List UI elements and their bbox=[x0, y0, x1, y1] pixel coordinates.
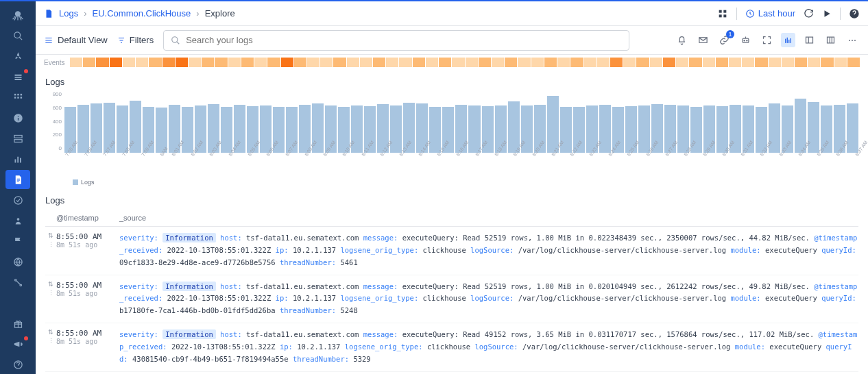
heatmap-cell[interactable] bbox=[373, 58, 385, 67]
heatmap-cell[interactable] bbox=[202, 58, 214, 67]
heatmap-cell[interactable] bbox=[333, 58, 346, 67]
heatmap-cell[interactable] bbox=[466, 58, 478, 67]
heatmap-cell[interactable] bbox=[360, 58, 372, 67]
more-button[interactable] bbox=[845, 33, 860, 48]
panel-button[interactable] bbox=[802, 33, 817, 47]
expand-handle[interactable]: ⇅⋮ bbox=[45, 281, 56, 318]
default-view-button[interactable]: Default View bbox=[44, 35, 108, 45]
heatmap-cell[interactable] bbox=[149, 58, 161, 67]
heatmap-cell[interactable] bbox=[439, 58, 451, 67]
heatmap-cell[interactable] bbox=[557, 58, 570, 67]
heatmap-cell[interactable] bbox=[505, 58, 517, 67]
apps-grid-icon[interactable] bbox=[717, 8, 728, 19]
nav-help[interactable] bbox=[5, 355, 30, 374]
heatmap-cell[interactable] bbox=[623, 58, 636, 67]
log-row[interactable]: ⇅⋮8:55:00 AM8m 51s agoseverity: Informat… bbox=[45, 275, 858, 324]
search-box[interactable] bbox=[163, 30, 629, 51]
log-row[interactable]: ⇅⋮8:55:00 AM8m 51s agoseverity: Informat… bbox=[45, 323, 858, 372]
play-button[interactable] bbox=[822, 9, 832, 18]
heatmap-cell[interactable] bbox=[347, 58, 359, 67]
heatmap-cell[interactable] bbox=[307, 58, 320, 67]
heatmap-cell[interactable] bbox=[399, 58, 411, 67]
heatmap-cell[interactable] bbox=[729, 58, 741, 67]
heatmap-cell[interactable] bbox=[676, 58, 688, 67]
nav-apps[interactable] bbox=[5, 88, 30, 107]
heatmap-cell[interactable] bbox=[518, 58, 530, 67]
bar-view-button[interactable] bbox=[781, 33, 795, 47]
heatmap-cell[interactable] bbox=[531, 58, 544, 67]
nav-rocket[interactable] bbox=[5, 47, 30, 66]
heatmap-cell[interactable] bbox=[96, 58, 108, 67]
heatmap-cell[interactable] bbox=[689, 58, 701, 67]
heatmap-cell[interactable] bbox=[110, 58, 122, 67]
heatmap-cell[interactable] bbox=[716, 58, 728, 67]
search-input[interactable] bbox=[186, 35, 622, 45]
nav-search[interactable] bbox=[5, 26, 30, 45]
heatmap-cell[interactable] bbox=[755, 58, 767, 67]
help-button[interactable] bbox=[849, 8, 860, 19]
nav-fleet[interactable] bbox=[5, 67, 30, 86]
heatmap-cell[interactable] bbox=[83, 58, 95, 67]
col-timestamp[interactable]: @timestamp bbox=[56, 214, 119, 222]
columns-button[interactable] bbox=[823, 33, 838, 47]
events-heatmap[interactable] bbox=[70, 58, 860, 67]
nav-logo[interactable] bbox=[5, 5, 30, 25]
breadcrumb-app[interactable]: EU.Common.ClickHouse bbox=[93, 8, 191, 18]
heatmap-cell[interactable] bbox=[610, 58, 623, 67]
heatmap-cell[interactable] bbox=[320, 58, 333, 67]
heatmap-cell[interactable] bbox=[70, 58, 82, 67]
expand-handle[interactable]: ⇅⋮ bbox=[45, 329, 56, 366]
heatmap-cell[interactable] bbox=[413, 58, 425, 67]
refresh-button[interactable] bbox=[804, 8, 814, 18]
heatmap-cell[interactable] bbox=[281, 58, 293, 67]
heatmap-cell[interactable] bbox=[492, 58, 504, 67]
heatmap-cell[interactable] bbox=[769, 58, 781, 67]
heatmap-cell[interactable] bbox=[742, 58, 754, 67]
heatmap-cell[interactable] bbox=[267, 58, 280, 67]
nav-infra[interactable] bbox=[5, 129, 30, 148]
nav-connect[interactable] bbox=[5, 273, 30, 292]
heatmap-cell[interactable] bbox=[847, 58, 860, 67]
heatmap-cell[interactable] bbox=[426, 58, 438, 67]
filters-button[interactable]: Filters bbox=[117, 35, 154, 45]
nav-checks[interactable] bbox=[5, 190, 30, 210]
log-row[interactable]: ⇅⋮8:55:00 AM8m 51s agoseverity: Informat… bbox=[45, 227, 858, 275]
alerts-button[interactable] bbox=[675, 33, 689, 47]
heatmap-cell[interactable] bbox=[162, 58, 175, 67]
heatmap-cell[interactable] bbox=[215, 58, 227, 67]
heatmap-cell[interactable] bbox=[189, 58, 201, 67]
bot-button[interactable] bbox=[738, 33, 753, 47]
heatmap-cell[interactable] bbox=[294, 58, 306, 67]
nav-metrics[interactable] bbox=[5, 149, 30, 169]
mail-button[interactable] bbox=[696, 33, 710, 47]
heatmap-cell[interactable] bbox=[821, 58, 833, 67]
heatmap-cell[interactable] bbox=[479, 58, 491, 67]
heatmap-cell[interactable] bbox=[636, 58, 649, 67]
timerange-picker[interactable]: Last hour bbox=[745, 8, 795, 18]
nav-experience[interactable] bbox=[5, 211, 30, 230]
link-button[interactable]: 1 bbox=[717, 33, 732, 47]
heatmap-cell[interactable] bbox=[254, 58, 267, 67]
fullscreen-button[interactable] bbox=[760, 33, 774, 47]
heatmap-cell[interactable] bbox=[570, 58, 583, 67]
heatmap-cell[interactable] bbox=[452, 58, 464, 67]
nav-flag[interactable] bbox=[5, 232, 30, 251]
nav-gift[interactable] bbox=[5, 314, 30, 333]
breadcrumb-logs[interactable]: Logs bbox=[59, 8, 78, 18]
heatmap-cell[interactable] bbox=[386, 58, 398, 67]
heatmap-cell[interactable] bbox=[136, 58, 148, 67]
heatmap-cell[interactable] bbox=[176, 58, 188, 67]
heatmap-cell[interactable] bbox=[228, 58, 241, 67]
heatmap-cell[interactable] bbox=[584, 58, 596, 67]
heatmap-cell[interactable] bbox=[795, 58, 807, 67]
heatmap-cell[interactable] bbox=[544, 58, 557, 67]
heatmap-cell[interactable] bbox=[782, 58, 794, 67]
nav-globe[interactable] bbox=[5, 252, 30, 271]
heatmap-cell[interactable] bbox=[123, 58, 135, 67]
heatmap-cell[interactable] bbox=[834, 58, 847, 67]
heatmap-cell[interactable] bbox=[597, 58, 610, 67]
expand-handle[interactable]: ⇅⋮ bbox=[45, 232, 56, 269]
heatmap-cell[interactable] bbox=[650, 58, 662, 67]
log-row[interactable]: ⇅⋮8:55:00 AM8m 51s agoseverity: Informat… bbox=[45, 372, 858, 374]
heatmap-cell[interactable] bbox=[808, 58, 820, 67]
